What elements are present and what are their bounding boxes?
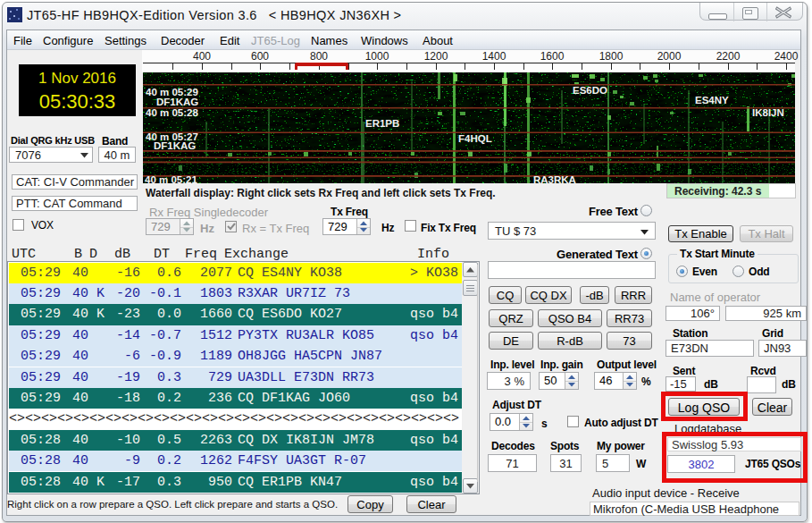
svg-text:DF1KAG: DF1KAG bbox=[154, 140, 196, 151]
svg-text:IK8IJN: IK8IJN bbox=[752, 107, 784, 118]
svg-text:ER1PB: ER1PB bbox=[365, 118, 399, 129]
svg-text:40 m 05:28: 40 m 05:28 bbox=[146, 107, 198, 118]
svg-text:RA3RKA: RA3RKA bbox=[533, 174, 576, 183]
svg-text:DF1KAG: DF1KAG bbox=[156, 97, 198, 107]
svg-text:F4HQL: F4HQL bbox=[458, 133, 492, 144]
svg-text:40 m 05:21: 40 m 05:21 bbox=[145, 174, 197, 183]
svg-text:ES6DO: ES6DO bbox=[573, 85, 607, 96]
svg-text:ES4NY: ES4NY bbox=[695, 95, 729, 105]
